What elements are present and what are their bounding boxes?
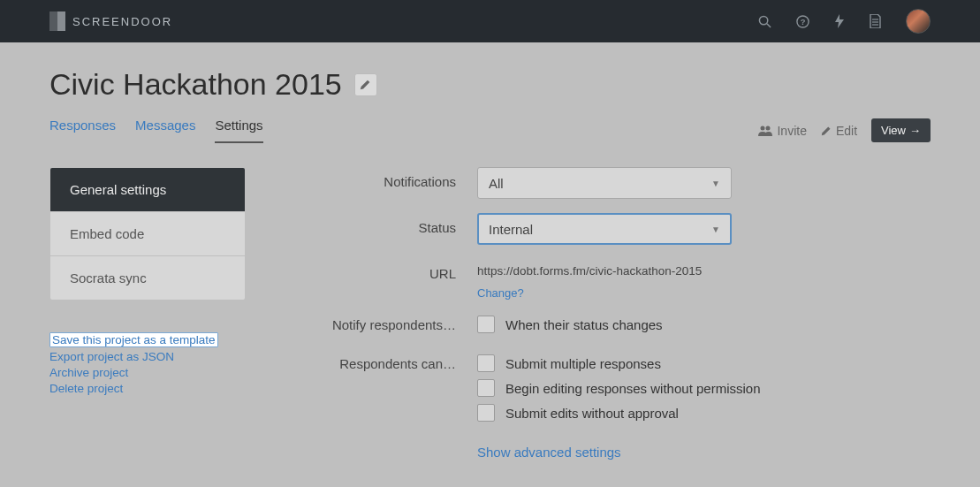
checkbox-label-status-changes: When their status changes <box>505 317 663 332</box>
sidebar-item-embed[interactable]: Embed code <box>50 212 245 256</box>
search-icon[interactable] <box>758 15 771 28</box>
label-status: Status <box>274 213 477 235</box>
label-notify: Notify respondents… <box>274 316 477 332</box>
form-area: Notifications All ▼ Status Internal ▼ <box>274 167 931 474</box>
tabs: Responses Messages Settings <box>49 118 263 143</box>
pencil-icon <box>821 126 832 136</box>
page: Civic Hackathon 2015 Responses Messages … <box>0 42 980 487</box>
view-button[interactable]: View → <box>871 118 931 142</box>
edit-label: Edit <box>836 124 857 138</box>
tab-messages[interactable]: Messages <box>135 118 195 143</box>
sidebar: General settings Embed code Socrata sync… <box>49 167 246 395</box>
export-json-link[interactable]: Export project as JSON <box>49 350 174 363</box>
checkbox-edit-no-permission[interactable] <box>477 379 495 397</box>
chevron-down-icon: ▼ <box>711 179 720 188</box>
checkbox-edit-no-approval[interactable] <box>477 404 495 422</box>
label-url: URL <box>274 259 477 281</box>
topbar: SCREENDOOR ? <box>0 0 980 42</box>
save-template-link[interactable]: Save this project as a template <box>49 332 218 347</box>
row-notify: Notify respondents… When their status ch… <box>274 316 931 340</box>
activity-icon[interactable] <box>834 14 845 28</box>
brand[interactable]: SCREENDOOR <box>49 11 172 31</box>
pencil-icon <box>360 79 371 90</box>
row-status: Status Internal ▼ <box>274 213 931 245</box>
archive-project-link[interactable]: Archive project <box>49 366 128 379</box>
tab-settings[interactable]: Settings <box>215 118 262 143</box>
checkbox-label-edit-no-permission: Begin editing responses without permissi… <box>505 381 761 396</box>
row-respondents-can: Respondents can… Submit multiple respons… <box>274 354 931 460</box>
svg-line-3 <box>767 23 771 27</box>
right-actions: Invite Edit View → <box>758 118 931 142</box>
svg-marker-6 <box>835 14 844 28</box>
notifications-select[interactable]: All ▼ <box>477 167 732 199</box>
notifications-value: All <box>489 176 504 191</box>
status-value: Internal <box>489 222 533 237</box>
content: General settings Embed code Socrata sync… <box>49 167 931 474</box>
avatar[interactable] <box>906 9 931 34</box>
brand-name: SCREENDOOR <box>72 15 172 28</box>
checkbox-row-edit-no-permission: Begin editing responses without permissi… <box>477 379 761 397</box>
title-row: Civic Hackathon 2015 <box>49 67 931 102</box>
url-value: https://dobt.forms.fm/civic-hackathon-20… <box>477 259 702 278</box>
sidebar-links: Save this project as a template Export p… <box>49 332 246 395</box>
checkbox-row-multiple: Submit multiple responses <box>477 354 761 372</box>
view-label: View <box>881 124 906 137</box>
svg-point-2 <box>759 16 767 24</box>
status-select[interactable]: Internal ▼ <box>477 213 732 245</box>
sidebar-item-general[interactable]: General settings <box>50 168 245 212</box>
people-icon <box>758 125 772 136</box>
invite-link[interactable]: Invite <box>758 124 806 138</box>
checkbox-multiple[interactable] <box>477 354 495 372</box>
sidebar-item-socrata[interactable]: Socrata sync <box>50 256 245 300</box>
delete-project-link[interactable]: Delete project <box>49 382 123 395</box>
arrow-right-icon: → <box>909 124 921 137</box>
checkbox-label-multiple: Submit multiple responses <box>505 356 661 371</box>
topbar-right: ? <box>758 9 931 34</box>
screendoor-logo-icon <box>49 11 65 31</box>
svg-text:?: ? <box>801 18 806 27</box>
checkbox-status-changes[interactable] <box>477 316 495 333</box>
help-icon[interactable]: ? <box>796 15 809 28</box>
checkbox-label-edit-no-approval: Submit edits without approval <box>505 406 679 421</box>
svg-rect-1 <box>57 11 65 31</box>
row-notifications: Notifications All ▼ <box>274 167 931 199</box>
tab-row: Responses Messages Settings Invite Edit … <box>49 118 931 144</box>
svg-point-11 <box>766 126 771 131</box>
row-url: URL https://dobt.forms.fm/civic-hackatho… <box>274 259 931 300</box>
document-icon[interactable] <box>870 14 881 28</box>
checkbox-row-edit-no-approval: Submit edits without approval <box>477 404 761 422</box>
edit-link[interactable]: Edit <box>821 124 857 138</box>
invite-label: Invite <box>777 124 806 138</box>
edit-title-button[interactable] <box>354 73 377 96</box>
svg-point-10 <box>761 126 765 131</box>
page-title: Civic Hackathon 2015 <box>49 67 342 102</box>
chevron-down-icon: ▼ <box>711 224 720 234</box>
tab-responses[interactable]: Responses <box>49 118 116 143</box>
label-respondents-can: Respondents can… <box>274 354 477 371</box>
show-advanced-link[interactable]: Show advanced settings <box>477 445 621 460</box>
sidebar-nav: General settings Embed code Socrata sync <box>49 167 246 301</box>
checkbox-row-status-changes: When their status changes <box>477 316 663 333</box>
label-notifications: Notifications <box>274 167 477 189</box>
change-url-link[interactable]: Change? <box>477 286 524 300</box>
